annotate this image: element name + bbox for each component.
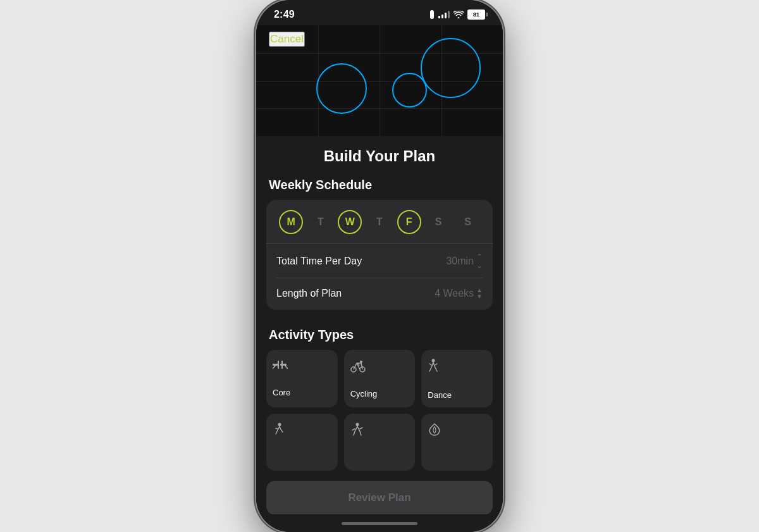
activity-types-section: Activity Types bbox=[256, 325, 503, 471]
svg-point-10 bbox=[432, 359, 435, 362]
days-row: M T W T F S S bbox=[276, 210, 483, 234]
activity-4-icon bbox=[273, 423, 287, 440]
schedule-card: M T W T F S S Total Time Per Day 30min ⌃… bbox=[266, 200, 493, 310]
home-indicator bbox=[256, 514, 503, 532]
page-title: Build Your Plan bbox=[256, 136, 503, 175]
graphic-circle-1 bbox=[316, 63, 367, 114]
review-plan-button[interactable]: Review Plan bbox=[266, 481, 493, 514]
activity-5-icon bbox=[350, 423, 364, 440]
cancel-button[interactable]: Cancel bbox=[269, 32, 305, 47]
core-label: Core bbox=[273, 388, 290, 397]
pill-icon bbox=[429, 10, 435, 19]
activity-types-header: Activity Types bbox=[256, 325, 503, 350]
total-time-chevron: ⌃⌄ bbox=[476, 252, 483, 270]
header-graphic: Cancel bbox=[256, 25, 503, 136]
signal-icon bbox=[438, 11, 450, 18]
weekly-schedule-header: Weekly Schedule bbox=[256, 175, 503, 200]
cycling-label: Cycling bbox=[350, 389, 378, 399]
svg-point-12 bbox=[355, 423, 359, 426]
cycling-icon bbox=[350, 359, 366, 376]
home-bar bbox=[342, 522, 417, 525]
svg-rect-0 bbox=[430, 10, 434, 19]
core-icon bbox=[273, 359, 288, 375]
phone-frame: 2:49 bbox=[256, 0, 503, 532]
svg-rect-3 bbox=[278, 361, 279, 369]
svg-line-6 bbox=[285, 365, 288, 369]
length-chevron: ▲▼ bbox=[476, 287, 483, 300]
activity-tile-core[interactable]: Core bbox=[266, 350, 338, 407]
activity-tile-dance[interactable]: Dance bbox=[421, 350, 493, 407]
day-monday[interactable]: M bbox=[279, 210, 303, 234]
graphic-circle-3 bbox=[421, 38, 481, 98]
activity-grid: Core bbox=[256, 350, 503, 471]
total-time-row[interactable]: Total Time Per Day 30min ⌃⌄ bbox=[276, 244, 483, 270]
svg-rect-4 bbox=[281, 361, 283, 369]
svg-point-11 bbox=[278, 423, 281, 426]
dance-icon bbox=[428, 359, 439, 378]
day-wednesday[interactable]: W bbox=[338, 210, 362, 234]
status-icons: 81 bbox=[429, 9, 485, 20]
battery-icon: 81 bbox=[467, 9, 485, 20]
day-tuesday[interactable]: T bbox=[309, 210, 333, 234]
phone-screen: 2:49 bbox=[256, 0, 503, 532]
status-bar: 2:49 bbox=[256, 0, 503, 25]
length-label: Length of Plan bbox=[276, 288, 342, 299]
day-friday[interactable]: F bbox=[397, 210, 421, 234]
day-thursday[interactable]: T bbox=[367, 210, 392, 234]
total-time-label: Total Time Per Day bbox=[276, 256, 362, 267]
status-time: 2:49 bbox=[274, 9, 295, 20]
length-value: 4 Weeks ▲▼ bbox=[435, 287, 483, 300]
activity-tile-6[interactable] bbox=[421, 414, 493, 471]
day-sunday[interactable]: S bbox=[456, 210, 480, 234]
length-of-plan-row[interactable]: Length of Plan 4 Weeks ▲▼ bbox=[276, 278, 483, 300]
activity-tile-5[interactable] bbox=[344, 414, 416, 471]
day-saturday[interactable]: S bbox=[426, 210, 450, 234]
activity-6-icon bbox=[428, 423, 441, 440]
activity-tile-cycling[interactable]: Cycling bbox=[344, 350, 416, 407]
main-content: Build Your Plan Weekly Schedule M T W T … bbox=[256, 136, 503, 514]
dance-label: Dance bbox=[428, 390, 452, 400]
activity-tile-4[interactable] bbox=[266, 414, 338, 471]
wifi-icon bbox=[454, 11, 464, 18]
svg-rect-2 bbox=[280, 364, 287, 366]
total-time-value: 30min ⌃⌄ bbox=[446, 252, 483, 270]
